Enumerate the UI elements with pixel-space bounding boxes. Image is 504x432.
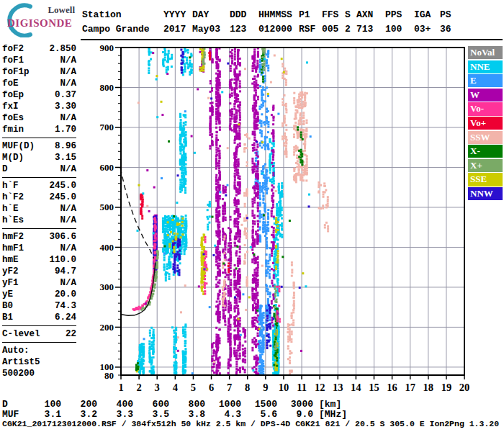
dmuf-cell: 200 [61,400,97,410]
svg-text:19: 19 [441,382,452,393]
header-label: PS [440,8,457,22]
dmuf-cell: 3.5 [133,410,169,420]
svg-text:500: 500 [100,202,114,212]
param-row-hes: h`EsN/A [2,215,76,226]
param-row-fof2: foF22.850 [2,43,76,55]
legend-item-noval: NoVal [468,46,503,59]
header-label: S [345,8,356,22]
doppler-direction-legend: NoValNNEEWVo-Vo+SSWX-X+SSENNW [468,46,503,202]
param-row-fof1: foF1N/A [2,55,76,66]
header-value: 2 [345,22,356,37]
param-label: yE [2,289,13,300]
param-row-artist5: Artist5 [2,356,76,368]
param-row-md: M(D)3.15 [2,152,76,163]
header-value: 2017 [163,22,192,37]
param-row-mufd: MUF(D)8.96 [2,140,76,152]
header-value: RSF [299,22,322,37]
param-label: Auto: [2,345,30,356]
header-col-p1: P1RSF [299,8,322,36]
svg-text:900: 900 [100,42,114,53]
header-value: Campo Grande [82,22,163,37]
param-row-b0: B074.3 [2,300,76,312]
header-value: 005 [322,22,345,37]
param-row-foep: foEp0.37 [2,89,76,101]
svg-text:8: 8 [245,382,250,393]
param-row-yf2: yF294.7 [2,266,76,277]
param-row-500200: 500200 [2,368,76,379]
param-row-hme: hmE110.0 [2,254,76,266]
svg-text:13: 13 [333,382,343,393]
dmuf-cell: 800 [169,400,205,410]
param-label: hmF1 [2,243,24,254]
param-label: M(D) [2,152,24,163]
param-label: Artist5 [2,356,40,368]
header: StationCampo GrandeYYYY2017DAYMay03DDD12… [82,8,457,36]
param-label: foF1p [2,66,30,78]
param-value: 0.37 [55,89,76,101]
legend-item-e: E [468,74,503,87]
param-row-fof1p: foF1pN/A [2,66,76,78]
param-row-yf1: yF1N/A [2,277,76,289]
param-row-foe: foEN/A [2,78,76,89]
digisonde-ionogram-screen: Lowell DIGISONDE StationCampo GrandeYYYY… [0,0,504,432]
dmuf-cell: 1500 [241,400,277,410]
param-value: N/A [60,215,76,226]
param-value: N/A [60,277,76,289]
svg-text:1: 1 [118,382,123,393]
svg-text:9: 9 [263,382,268,393]
param-value: N/A [60,66,76,78]
parameter-panel: foF22.850foF1N/AfoF1pN/AfoEN/AfoEp0.37fx… [2,43,76,379]
param-value: 306.6 [49,231,76,243]
svg-text:4: 4 [173,382,178,393]
svg-text:2: 2 [136,382,141,393]
svg-text:200: 200 [100,322,114,333]
header-label: Station [82,8,163,22]
param-row-fxi: fxI3.30 [2,101,76,112]
header-label: FFS [322,8,345,22]
header-label: AXN [356,8,385,22]
dmuf-cell: 1000 [205,400,241,410]
param-value: 3.30 [55,101,76,112]
param-label: hmF2 [2,231,24,243]
header-col-ffs: FFS005 [322,8,345,36]
legend-item-nnw: NNW [468,187,503,200]
svg-text:16: 16 [387,382,397,393]
dmuf-cell: 400 [97,400,133,410]
param-value: 94.7 [55,266,76,277]
dmuf-row-muf: MUF3.13.23.33.53.84.35.69.0[MHz] [2,410,347,420]
param-label: B0 [2,300,13,312]
svg-text:600: 600 [100,162,114,173]
header-value: 36 [440,22,457,37]
param-label: yF2 [2,266,19,277]
header-col-axn: AXN713 [356,8,385,36]
svg-text:11: 11 [297,382,307,393]
param-row-he: h`EN/A [2,203,76,215]
panel-divider [2,325,76,326]
param-value: 6.24 [55,312,76,323]
param-label: foEs [2,112,24,124]
legend-item-x+: X+ [468,159,503,172]
header-label: DDD [230,8,258,22]
param-label: yF1 [2,277,19,289]
header-value: 713 [356,22,385,37]
svg-text:10: 10 [279,382,289,393]
header-value: 100 [385,22,414,37]
panel-divider [2,228,76,229]
svg-text:18: 18 [423,382,434,393]
header-col-iga: IGA03+ [414,8,440,36]
dmuf-cell: 3000 [277,400,313,410]
dmuf-cell: 3.8 [169,410,205,420]
dmuf-cell: 100 [25,400,61,410]
param-row-fmin: fmin1.70 [2,124,76,135]
dmuf-cell: 5.6 [241,410,277,420]
param-value: 110.0 [49,254,76,266]
header-col-pps: PPS100 [385,8,414,36]
param-value: 245.0 [49,180,76,192]
header-col-ddd: DDD123 [230,8,258,36]
svg-text:15: 15 [369,382,379,393]
logo-text-lowell: Lowell [48,4,75,16]
svg-text:5: 5 [191,382,196,393]
svg-text:12: 12 [315,382,325,393]
param-value: 245.0 [49,192,76,203]
header-label: DAY [192,8,230,22]
